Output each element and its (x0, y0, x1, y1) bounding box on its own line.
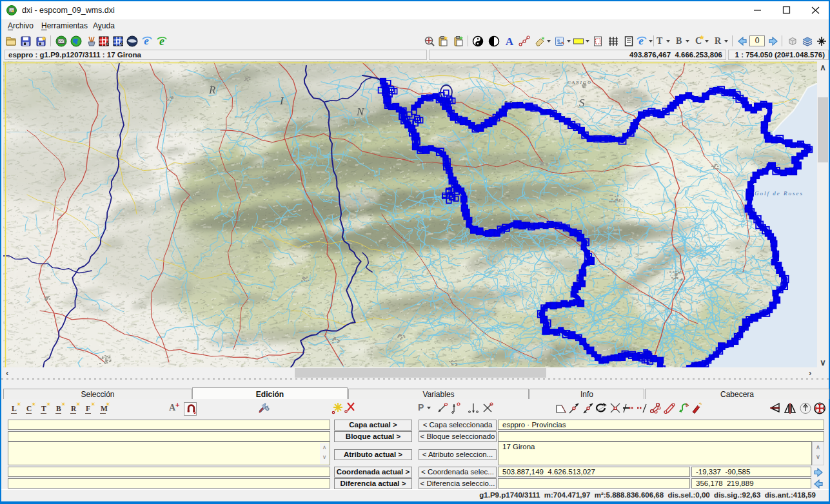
svg-text:A: A (506, 35, 514, 47)
svg-text:N: N (356, 106, 365, 118)
svg-text:R: R (208, 84, 216, 96)
svg-text:Golf de Roses: Golf de Roses (755, 190, 804, 197)
svg-text:S: S (579, 97, 585, 109)
svg-text:CANIGO: CANIGO (568, 80, 592, 85)
